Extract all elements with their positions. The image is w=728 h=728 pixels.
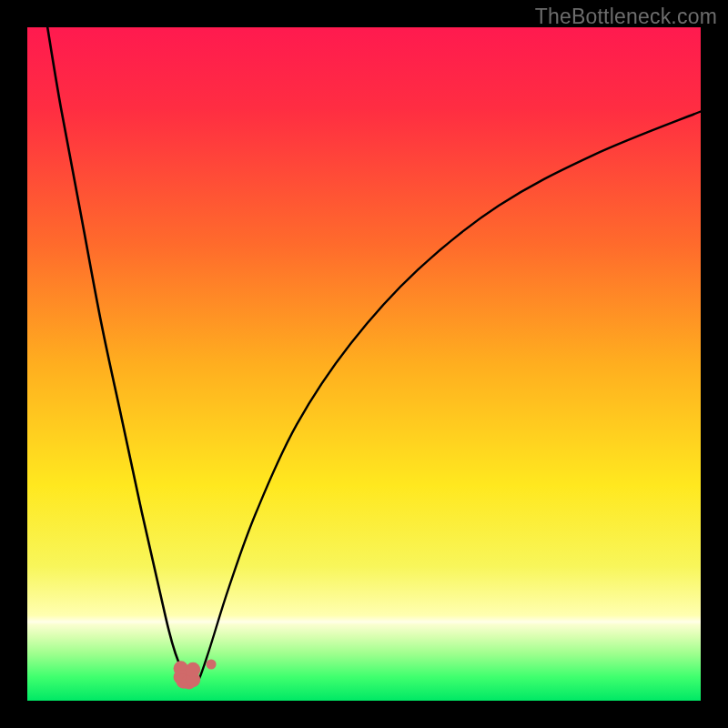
plot-area <box>27 27 701 701</box>
data-marker <box>186 662 200 677</box>
right-curve <box>195 112 701 682</box>
outer-frame: TheBottleneck.com <box>0 0 728 728</box>
left-curve <box>47 27 194 682</box>
curves-layer <box>27 27 701 701</box>
watermark-text: TheBottleneck.com <box>535 5 717 29</box>
data-marker <box>206 659 216 669</box>
data-markers <box>174 659 217 689</box>
